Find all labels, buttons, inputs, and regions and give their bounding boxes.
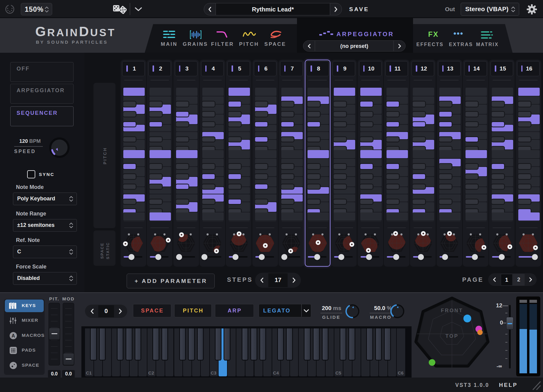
svg-text:TOP: TOP	[445, 333, 459, 339]
svg-text:A: A	[11, 333, 15, 338]
svg-text:FRONT: FRONT	[441, 308, 463, 313]
